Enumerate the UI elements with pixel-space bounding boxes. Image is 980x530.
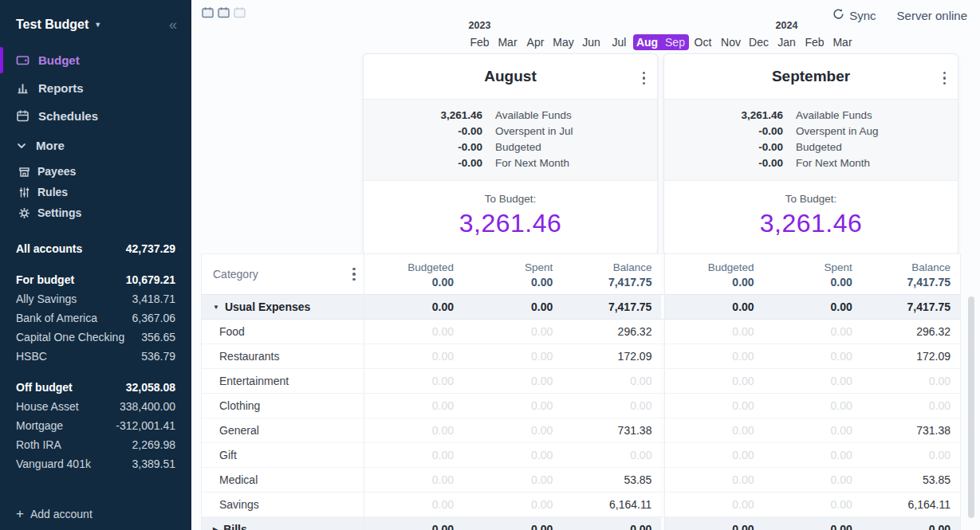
account-row[interactable]: Roth IRA2,269.98 [16, 435, 175, 454]
budgeted-cell[interactable]: 0.00 [665, 394, 763, 418]
sidebar-item-payees[interactable]: Payees [0, 161, 191, 182]
month-menu-icon[interactable] [643, 70, 646, 86]
budget-name-menu[interactable]: Test Budget ▼ [16, 18, 101, 32]
category-row[interactable]: Clothing0.000.000.000.000.000.00 [202, 394, 960, 418]
balance-cell[interactable]: 0.00 [862, 517, 960, 530]
account-row[interactable]: Mortgage-312,001.41 [16, 416, 175, 435]
category-name[interactable]: Bills [223, 523, 247, 530]
account-group-header[interactable]: For budget10,679.21 [16, 270, 175, 289]
expand-arrow-icon[interactable]: ▶ [213, 526, 218, 530]
account-row[interactable]: House Asset338,400.00 [16, 397, 175, 416]
month-mar-13[interactable]: Mar [828, 34, 856, 50]
budgeted-cell[interactable]: 0.00 [364, 443, 463, 467]
category-name[interactable]: Gift [219, 449, 237, 461]
budgeted-cell[interactable]: 0.00 [364, 369, 463, 393]
category-row[interactable]: Food0.000.00296.320.000.00296.32 [202, 320, 960, 344]
account-group-header[interactable]: Off budget32,058.08 [16, 378, 175, 397]
month-jul-5[interactable]: Jul [605, 34, 633, 50]
spent-cell[interactable]: 0.00 [764, 344, 862, 368]
spent-cell[interactable]: 0.00 [764, 517, 862, 530]
balance-cell[interactable]: 0.00 [562, 394, 661, 418]
balance-cell[interactable]: 0.00 [862, 394, 960, 418]
to-budget-amount[interactable]: 3,261.46 [364, 209, 657, 238]
budgeted-cell[interactable]: 0.00 [665, 517, 763, 530]
to-budget-section[interactable]: To Budget: 3,261.46 [664, 181, 958, 254]
spent-cell[interactable]: 0.00 [463, 344, 562, 368]
category-name-cell[interactable]: Food [202, 320, 364, 344]
category-name-cell[interactable]: Medical [202, 468, 364, 492]
month-jan-11[interactable]: Jan [773, 34, 801, 50]
spent-cell[interactable]: 0.00 [463, 418, 562, 442]
spent-cell[interactable]: 0.00 [463, 468, 562, 492]
group-row[interactable]: ▼Usual Expenses0.000.007,417.750.000.007… [202, 295, 960, 320]
spent-cell[interactable]: 0.00 [764, 394, 862, 418]
balance-cell[interactable]: 0.00 [562, 369, 661, 393]
category-name-cell[interactable]: Clothing [202, 394, 364, 418]
balance-cell[interactable]: 172.09 [562, 344, 661, 368]
category-name[interactable]: Clothing [219, 399, 260, 412]
month-feb-0[interactable]: Feb [466, 34, 494, 50]
balance-cell[interactable]: 6,164.11 [862, 493, 960, 516]
month-may-3[interactable]: May [549, 34, 577, 50]
all-accounts-row[interactable]: All accounts 42,737.29 [16, 239, 175, 258]
category-name-cell[interactable]: ▼Usual Expenses [202, 295, 364, 319]
budgeted-cell[interactable]: 0.00 [665, 295, 763, 319]
balance-cell[interactable]: 7,417.75 [862, 295, 960, 319]
budgeted-cell[interactable]: 0.00 [665, 493, 763, 516]
balance-cell[interactable]: 296.32 [862, 320, 960, 344]
category-name-cell[interactable]: Savings [202, 493, 364, 516]
month-sep-7[interactable]: Sep [661, 34, 689, 50]
category-name[interactable]: Food [219, 325, 245, 338]
category-name-cell[interactable]: Restaurants [202, 344, 364, 368]
budgeted-cell[interactable]: 0.00 [364, 295, 463, 319]
spent-cell[interactable]: 0.00 [463, 493, 562, 516]
balance-cell[interactable]: 0.00 [862, 369, 960, 393]
three-months-icon[interactable] [234, 6, 246, 18]
category-name[interactable]: Entertainment [219, 375, 289, 387]
account-row[interactable]: HSBC536.79 [16, 347, 175, 366]
month-oct-8[interactable]: Oct [689, 34, 717, 50]
budgeted-cell[interactable]: 0.00 [364, 394, 463, 418]
to-budget-section[interactable]: To Budget: 3,261.46 [364, 181, 657, 254]
month-aug-6[interactable]: Aug [633, 34, 661, 50]
spent-cell[interactable]: 0.00 [764, 320, 862, 344]
category-name[interactable]: Restaurants [219, 350, 279, 363]
balance-cell[interactable]: 6,164.11 [562, 493, 661, 516]
two-months-icon[interactable] [218, 6, 230, 18]
category-row[interactable]: General0.000.00731.380.000.00731.38 [202, 418, 960, 443]
sidebar-item-budget[interactable]: Budget [0, 46, 191, 74]
category-name-cell[interactable]: Entertainment [202, 369, 364, 393]
category-row[interactable]: Restaurants0.000.00172.090.000.00172.09 [202, 344, 960, 369]
spent-cell[interactable]: 0.00 [764, 418, 862, 442]
month-apr-2[interactable]: Apr [521, 34, 549, 50]
expand-arrow-icon[interactable]: ▼ [213, 304, 219, 311]
budgeted-cell[interactable]: 0.00 [665, 344, 763, 368]
group-row[interactable]: ▶Bills0.000.000.000.000.000.00 [202, 517, 960, 530]
balance-cell[interactable]: 0.00 [562, 517, 661, 530]
add-account-button[interactable]: + Add account [16, 507, 92, 520]
budgeted-cell[interactable]: 0.00 [665, 418, 763, 442]
category-name[interactable]: Usual Expenses [225, 300, 310, 313]
budgeted-cell[interactable]: 0.00 [364, 344, 463, 368]
account-row[interactable]: Ally Savings3,418.71 [16, 289, 175, 308]
server-status[interactable]: Server online [897, 9, 967, 22]
balance-cell[interactable]: 0.00 [562, 443, 661, 467]
month-nov-9[interactable]: Nov [717, 34, 745, 50]
category-row[interactable]: Gift0.000.000.000.000.000.00 [202, 443, 960, 468]
balance-cell[interactable]: 172.09 [862, 344, 960, 368]
balance-cell[interactable]: 731.38 [862, 418, 960, 442]
vertical-scrollbar[interactable] [968, 296, 974, 518]
balance-cell[interactable]: 0.00 [862, 443, 960, 467]
category-row[interactable]: Entertainment0.000.000.000.000.000.00 [202, 369, 960, 394]
month-mar-1[interactable]: Mar [494, 34, 521, 50]
balance-cell[interactable]: 296.32 [562, 320, 661, 344]
month-feb-12[interactable]: Feb [801, 34, 828, 50]
budgeted-cell[interactable]: 0.00 [364, 320, 463, 344]
category-name-cell[interactable]: General [202, 418, 364, 442]
spent-cell[interactable]: 0.00 [463, 369, 562, 393]
category-name[interactable]: Savings [219, 498, 259, 511]
category-name[interactable]: General [219, 424, 259, 437]
sidebar-item-more[interactable]: More [0, 132, 191, 159]
spent-cell[interactable]: 0.00 [463, 443, 562, 467]
month-menu-icon[interactable] [943, 70, 947, 86]
